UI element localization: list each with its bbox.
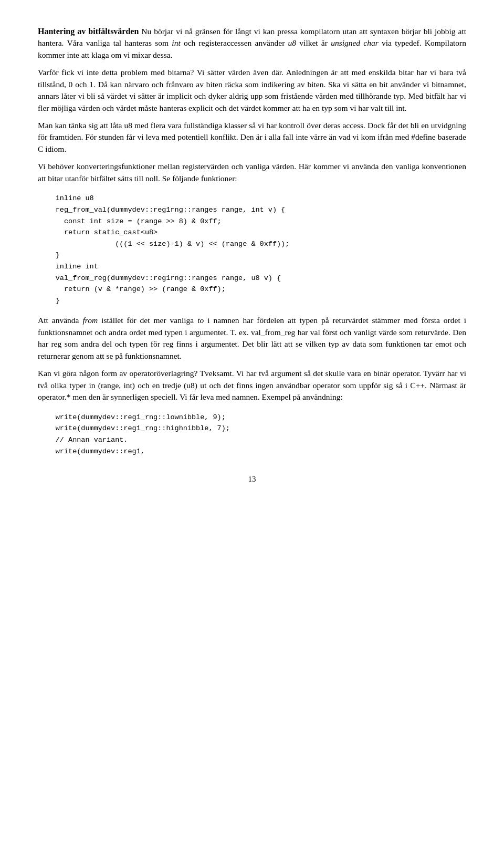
page-content: Hantering av bitfältsvärden Nu börjar vi… bbox=[38, 25, 466, 485]
paragraph-2: Varför fick vi inte detta problem med bi… bbox=[38, 67, 466, 114]
section-heading: Hantering av bitfältsvärden bbox=[38, 27, 139, 36]
italic-from: from bbox=[82, 316, 98, 325]
paragraph-4: Vi behöver konverteringsfunktioner mella… bbox=[38, 161, 466, 184]
code-block-1: inline u8 reg_from_val(dummydev::reg1rng… bbox=[56, 193, 466, 306]
paragraph-1: Hantering av bitfältsvärden Nu börjar vi… bbox=[38, 25, 466, 61]
page-number-text: 13 bbox=[248, 475, 256, 483]
inline-code-unsigned: unsigned char bbox=[331, 38, 379, 47]
inline-code-u8: u8 bbox=[288, 38, 297, 47]
paragraph-5: Att använda from istället för det mer va… bbox=[38, 315, 466, 362]
page-number: 13 bbox=[38, 474, 466, 485]
code-block-2: write(dummydev::reg1_rng::lownibble, 9);… bbox=[56, 412, 466, 457]
paragraph-3: Man kan tänka sig att låta u8 med flera … bbox=[38, 120, 466, 155]
paragraph-6: Kan vi göra någon form av operatoröverla… bbox=[38, 368, 466, 403]
italic-to: to bbox=[197, 316, 204, 325]
inline-code-int1: int bbox=[172, 38, 180, 47]
